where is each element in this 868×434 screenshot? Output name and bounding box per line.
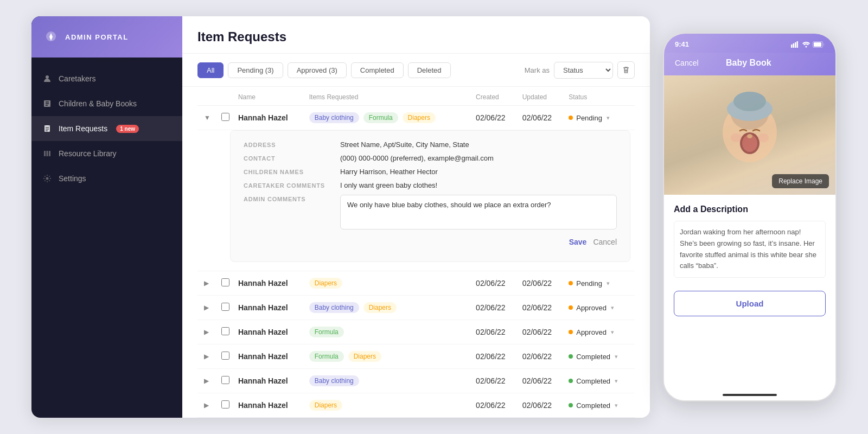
expanded-detail: ADDRESS Street Name, Apt/Suite, City Nam… bbox=[230, 130, 630, 262]
status-dot bbox=[569, 354, 573, 359]
row-updated: 02/06/22 bbox=[518, 271, 565, 296]
sidebar-item-item-requests[interactable]: Item Requests 1 new bbox=[31, 116, 182, 141]
upload-button[interactable]: Upload bbox=[674, 291, 826, 316]
row-status: Completed ▾ bbox=[569, 377, 630, 385]
table-row: ▶ Hannah Hazel Diapers 02/06/22 02/06/22… bbox=[197, 393, 635, 418]
expand-button[interactable]: ▶ bbox=[202, 327, 211, 337]
expand-button[interactable]: ▶ bbox=[202, 278, 211, 288]
table-row: ▶ Hannah Hazel Diapers 02/06/22 02/06/22… bbox=[197, 271, 635, 296]
status-dropdown-arrow[interactable]: ▾ bbox=[615, 378, 618, 385]
expand-button[interactable]: ▼ bbox=[202, 113, 213, 123]
item-tag: Diapers bbox=[403, 112, 436, 123]
row-status: Pending ▾ bbox=[569, 114, 630, 122]
admin-comments-textarea[interactable]: We only have blue baby clothes, should w… bbox=[340, 195, 617, 229]
phone-cancel-button[interactable]: Cancel bbox=[675, 59, 699, 67]
filter-approved-button[interactable]: Approved (3) bbox=[288, 62, 347, 78]
svg-rect-11 bbox=[797, 41, 799, 48]
status-dot bbox=[569, 330, 573, 334]
svg-point-7 bbox=[46, 177, 49, 180]
status-dropdown-arrow[interactable]: ▾ bbox=[607, 280, 610, 287]
row-updated: 02/06/22 bbox=[518, 296, 565, 320]
row-items: Diapers bbox=[305, 393, 471, 418]
col-created: Created bbox=[471, 87, 518, 106]
table-row: ▶ Hannah Hazel Formula Diapers 02/06/22 … bbox=[197, 344, 635, 369]
caretaker-comments-value: I only want green baby clothes! bbox=[340, 181, 617, 189]
status-label: Pending bbox=[576, 114, 602, 122]
sidebar-item-caretakers[interactable]: Caretakers bbox=[31, 66, 182, 91]
item-tag: Diapers bbox=[363, 302, 397, 313]
sidebar-item-label: Item Requests bbox=[59, 124, 107, 133]
sidebar-item-label: Resource Library bbox=[59, 149, 117, 158]
row-created: 02/06/22 bbox=[471, 296, 518, 320]
row-status: Completed ▾ bbox=[569, 401, 630, 410]
table-container: Name Items Requested Created Updated Sta… bbox=[182, 87, 650, 418]
phone-image-container: Replace Image bbox=[664, 75, 835, 195]
row-checkbox[interactable] bbox=[221, 278, 229, 286]
status-select[interactable]: Status Pending Approved Completed Delete… bbox=[554, 62, 613, 79]
sidebar-item-children-baby-books[interactable]: Children & Baby Books bbox=[31, 91, 182, 116]
sidebar-item-label: Settings bbox=[59, 174, 86, 183]
status-dropdown-arrow[interactable]: ▾ bbox=[615, 353, 618, 360]
expand-button[interactable]: ▶ bbox=[202, 400, 211, 410]
save-button[interactable]: Save bbox=[569, 238, 587, 246]
filter-deleted-button[interactable]: Deleted bbox=[408, 62, 451, 78]
home-indicator-bar bbox=[723, 394, 777, 396]
row-checkbox[interactable] bbox=[221, 352, 229, 360]
row-name: Hannah Hazel bbox=[234, 369, 305, 393]
svg-point-22 bbox=[758, 133, 769, 142]
row-checkbox[interactable] bbox=[221, 400, 229, 409]
sidebar-item-resource-library[interactable]: Resource Library bbox=[31, 141, 182, 166]
item-tag: Diapers bbox=[309, 278, 342, 289]
sidebar-item-label: Caretakers bbox=[59, 74, 95, 83]
status-dropdown-arrow[interactable]: ▾ bbox=[607, 114, 610, 122]
phone-nav-title: Baby Book bbox=[726, 58, 771, 68]
row-items: Diapers bbox=[305, 271, 471, 296]
row-status: Approved ▾ bbox=[569, 304, 630, 312]
item-tag: Diapers bbox=[348, 351, 381, 362]
item-tag: Diapers bbox=[309, 400, 342, 411]
row-updated: 02/06/22 bbox=[518, 320, 565, 344]
phone-home-indicator bbox=[664, 390, 835, 400]
expand-button[interactable]: ▶ bbox=[202, 303, 211, 312]
row-items: Baby clothing Diapers bbox=[305, 296, 471, 320]
app-title: ADMIN PORTAL bbox=[65, 33, 129, 41]
item-tag: Formula bbox=[363, 112, 398, 123]
row-checkbox[interactable] bbox=[221, 376, 229, 384]
clipboard-icon bbox=[42, 124, 52, 133]
row-name: Hannah Hazel bbox=[234, 106, 305, 130]
filter-completed-button[interactable]: Completed bbox=[351, 62, 404, 78]
svg-point-21 bbox=[731, 133, 742, 142]
filter-pending-button[interactable]: Pending (3) bbox=[228, 62, 283, 78]
status-dropdown-arrow[interactable]: ▾ bbox=[611, 304, 614, 311]
expand-button[interactable]: ▶ bbox=[202, 376, 211, 386]
row-checkbox[interactable] bbox=[221, 113, 229, 121]
table-row: ▶ Hannah Hazel Baby clothing 02/06/22 02… bbox=[197, 369, 635, 393]
row-checkbox[interactable] bbox=[221, 303, 229, 311]
delete-button[interactable] bbox=[617, 61, 635, 79]
row-created: 02/06/22 bbox=[471, 271, 518, 296]
page-header: Item Requests bbox=[182, 16, 650, 54]
replace-image-button[interactable]: Replace Image bbox=[772, 174, 829, 188]
status-dropdown-arrow[interactable]: ▾ bbox=[611, 329, 614, 336]
page-title: Item Requests bbox=[197, 29, 635, 44]
row-updated: 02/06/22 bbox=[518, 369, 565, 393]
expand-button[interactable]: ▶ bbox=[202, 352, 211, 361]
cancel-button[interactable]: Cancel bbox=[593, 238, 617, 246]
row-created: 02/06/22 bbox=[471, 106, 518, 130]
sidebar-item-label: Children & Baby Books bbox=[59, 99, 137, 108]
phone-time: 9:41 bbox=[675, 40, 689, 48]
sidebar-item-settings[interactable]: Settings bbox=[31, 166, 182, 191]
status-dropdown-arrow[interactable]: ▾ bbox=[615, 402, 618, 409]
row-created: 02/06/22 bbox=[471, 393, 518, 418]
table-row: ▼ Hannah Hazel Baby clothing Formula Dia… bbox=[197, 106, 635, 130]
children-names-value: Harry Harrison, Heather Hector bbox=[340, 168, 617, 176]
svg-point-12 bbox=[806, 46, 807, 47]
col-updated: Updated bbox=[518, 87, 565, 106]
row-checkbox[interactable] bbox=[221, 327, 229, 335]
row-items: Baby clothing bbox=[305, 369, 471, 393]
filter-all-button[interactable]: All bbox=[197, 62, 224, 78]
mark-as-label: Mark as bbox=[525, 66, 550, 74]
status-dot bbox=[569, 379, 573, 383]
phone-description-text[interactable]: Jordan waking from her afternoon nap! Sh… bbox=[674, 221, 826, 278]
row-items: Formula bbox=[305, 320, 471, 344]
